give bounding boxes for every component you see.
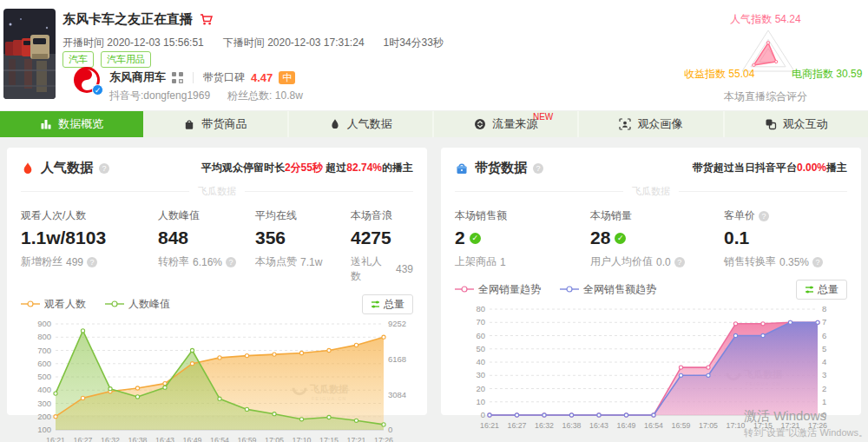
tab-label: 数据概览 xyxy=(58,116,103,132)
stat-avg-order: 客单价 0.1 销售转换率0.35% xyxy=(724,208,847,269)
legend-item[interactable]: 全网销售额趋势 xyxy=(560,282,656,297)
svg-text:16:43: 16:43 xyxy=(589,421,608,430)
svg-text:17:10: 17:10 xyxy=(292,436,311,442)
legend-line-icon xyxy=(21,300,40,308)
start-time: 开播时间 2020-12-03 15:56:51 xyxy=(62,36,204,50)
legend-item[interactable]: 人数峰值 xyxy=(105,297,170,312)
info-icon[interactable] xyxy=(226,257,236,267)
svg-text:17:10: 17:10 xyxy=(726,421,745,430)
check-icon xyxy=(615,233,626,244)
tab-audience-interaction[interactable]: 观众互动 xyxy=(725,111,868,137)
info-icon[interactable] xyxy=(99,163,109,174)
tab-label: 观众画像 xyxy=(637,116,682,132)
svg-text:5: 5 xyxy=(822,344,826,353)
svg-text:1: 1 xyxy=(822,397,826,406)
popularity-panel: 人气数据 平均观众停留时长2分55秒 超过82.74%的播主 飞瓜数据 观看人次… xyxy=(7,148,427,415)
stream-times: 开播时间 2020-12-03 15:56:51 下播时间 2020-12-03… xyxy=(62,36,444,50)
content-area: 人气数据 平均观众停留时长2分55秒 超过82.74%的播主 飞瓜数据 观看人次… xyxy=(0,137,868,442)
svg-text:16:32: 16:32 xyxy=(101,436,120,442)
total-toggle-button[interactable]: 总量 xyxy=(362,294,413,314)
retention-note: 平均观众停留时长2分55秒 超过82.74%的播主 xyxy=(201,161,413,175)
info-icon[interactable] xyxy=(533,163,543,174)
panel-title: 人气数据 xyxy=(41,160,93,176)
svg-text:6168: 6168 xyxy=(388,354,406,364)
legend-item[interactable]: 全网销量趋势 xyxy=(455,282,541,297)
svg-text:3: 3 xyxy=(822,370,826,379)
interaction-icon xyxy=(765,118,777,130)
svg-text:50: 50 xyxy=(476,344,485,353)
svg-text:16:54: 16:54 xyxy=(210,436,229,442)
svg-text:600: 600 xyxy=(37,359,51,368)
tab-audience-profile[interactable]: 观众画像 xyxy=(579,111,724,137)
svg-text:17:15: 17:15 xyxy=(319,436,339,442)
svg-text:70: 70 xyxy=(476,317,485,327)
tab-label: 带货商品 xyxy=(201,116,247,132)
svg-text:16:43: 16:43 xyxy=(155,436,174,442)
svg-text:16:27: 16:27 xyxy=(73,436,92,442)
tab-popularity[interactable]: 人气数据 xyxy=(289,111,434,137)
svg-text:700: 700 xyxy=(37,346,51,355)
stream-title: 东风卡车之友正在直播 xyxy=(62,11,193,28)
overall-score-radar: 人气指数 54.24 收益指数 55.04 电商指数 30.59 本场直播综合评… xyxy=(684,3,858,108)
flame-icon xyxy=(21,162,35,175)
info-icon[interactable] xyxy=(812,257,823,267)
info-icon[interactable] xyxy=(674,257,685,267)
svg-text:16:27: 16:27 xyxy=(507,421,526,430)
svg-text:300: 300 xyxy=(37,399,51,408)
svg-text:0: 0 xyxy=(481,410,485,419)
sales-bag-icon xyxy=(455,162,469,175)
fans-count: 粉丝总数: 10.8w xyxy=(227,89,303,103)
tab-data-overview[interactable]: 数据概览 xyxy=(0,111,143,137)
tab-label: 观众互动 xyxy=(783,116,828,132)
total-toggle-button[interactable]: 总量 xyxy=(796,280,847,300)
stat-coins: 本场音浪 4275 送礼人数439 xyxy=(351,208,413,284)
svg-text:60: 60 xyxy=(476,331,485,340)
info-icon[interactable] xyxy=(87,257,97,267)
tab-bar: 数据概览 带货商品 人气数据 流量来源 NEW xyxy=(0,111,868,137)
legend-line-icon xyxy=(560,285,579,294)
legend-line-icon xyxy=(105,300,124,308)
svg-text:9252: 9252 xyxy=(388,319,406,328)
watermark-divider: 飞瓜数据 xyxy=(21,185,413,198)
popularity-trend-chart: 9008007006005004003002001009252616830840… xyxy=(21,317,413,442)
check-icon xyxy=(470,233,481,244)
douyin-id: 抖音号:dongfeng1969 xyxy=(109,89,210,103)
svg-text:20: 20 xyxy=(476,384,485,393)
filter-icon xyxy=(805,285,814,294)
bag-icon xyxy=(183,118,195,130)
tab-traffic-source[interactable]: 流量来源 NEW xyxy=(434,111,579,137)
panel-title: 带货数据 xyxy=(475,160,527,176)
svg-text:17:05: 17:05 xyxy=(699,421,718,430)
flame-icon xyxy=(329,118,341,130)
svg-text:800: 800 xyxy=(37,332,51,341)
stream-thumbnail xyxy=(3,9,56,99)
duration: 1时34分33秒 xyxy=(384,36,444,50)
svg-text:16:54: 16:54 xyxy=(644,421,663,430)
new-badge: NEW xyxy=(533,112,553,122)
svg-text:3084: 3084 xyxy=(388,390,406,399)
svg-text:4: 4 xyxy=(822,357,826,366)
info-icon[interactable] xyxy=(759,211,769,221)
reputation-label: 带货口碑 xyxy=(203,70,245,85)
radar-metric-ecommerce: 电商指数 30.59 xyxy=(792,67,862,82)
svg-text:500: 500 xyxy=(37,372,51,381)
account-name: 东风商用车 xyxy=(109,69,166,85)
svg-text:900: 900 xyxy=(37,319,51,328)
cart-icon xyxy=(200,13,214,26)
radar-metric-popularity: 人气指数 54.24 xyxy=(684,12,847,27)
svg-text:10: 10 xyxy=(476,397,485,406)
avatar: ✓ xyxy=(73,66,101,94)
svg-text:200: 200 xyxy=(37,412,51,421)
legend-item[interactable]: 观看人数 xyxy=(21,297,86,312)
tab-label: 流量来源 xyxy=(492,116,537,132)
qr-code-icon[interactable] xyxy=(172,72,183,83)
sales-stats: 本场销售额 2 上架商品1 本场销量 28 用户人均价值0.0 客单价 0.1 … xyxy=(441,208,861,269)
svg-text:400: 400 xyxy=(37,385,51,394)
svg-text:8: 8 xyxy=(822,304,826,313)
stat-peak: 人数峰值 848 转粉率6.16% xyxy=(158,208,255,284)
tab-products[interactable]: 带货商品 xyxy=(143,111,288,137)
svg-text:40: 40 xyxy=(476,357,485,366)
reputation-badge: 中 xyxy=(279,71,295,84)
svg-text:17:05: 17:05 xyxy=(265,436,284,442)
svg-text:30: 30 xyxy=(476,370,485,379)
